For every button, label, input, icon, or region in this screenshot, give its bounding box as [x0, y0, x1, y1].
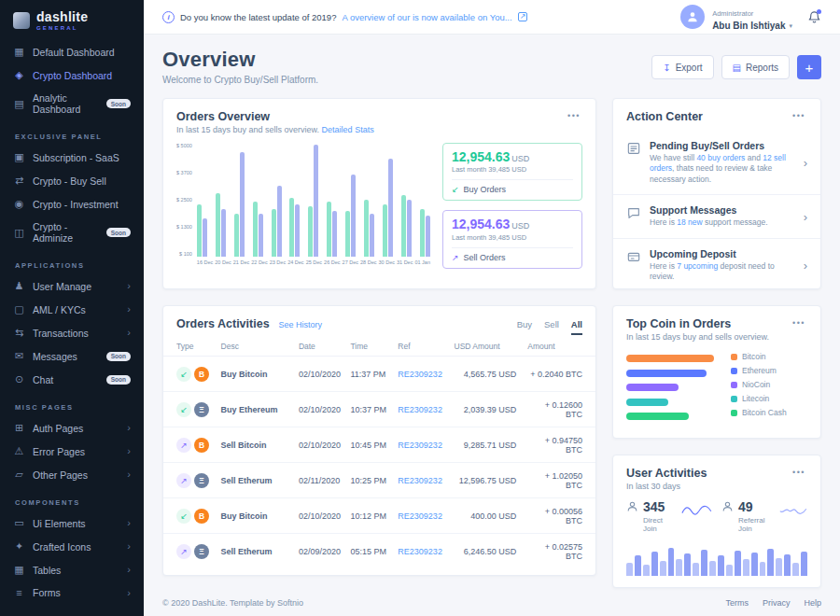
sidebar-item-crypto-buy-sell[interactable]: ⇄Crypto - Buy Sell: [0, 169, 144, 192]
notifications-button[interactable]: [807, 10, 821, 24]
top-coins-legend: BitcoinEthereumNioCoinLitecoinBitcoin Ca…: [731, 352, 807, 422]
dashboard-icon: ▦: [13, 46, 25, 58]
sidebar-item-label: Chat: [33, 374, 53, 385]
column-header-desc: Desc: [216, 337, 293, 357]
footer-link-privacy[interactable]: Privacy: [763, 598, 791, 608]
table-row[interactable]: ↙ΞBuy Ethereum02/10/202010:37 PMRE230923…: [163, 392, 595, 427]
sidebar-item-aml-kycs[interactable]: ▢AML / KYCs›: [0, 298, 144, 321]
overflow-menu-icon[interactable]: •••: [791, 467, 807, 479]
table-row[interactable]: ↗BSell Bitcoin02/10/202010:45 PMRE230923…: [163, 427, 595, 463]
table-row[interactable]: ↗ΞSell Etherum02/09/202005:15 PMRE230923…: [163, 534, 595, 569]
table-row[interactable]: ↙BBuy Bitcoin02/10/202011:37 PMRE2309232…: [163, 357, 595, 392]
tab-buy[interactable]: Buy: [517, 319, 532, 335]
sidebar-item-crypto-dashboard[interactable]: ◈Crypto Dashboard: [0, 63, 144, 87]
sidebar-item-analytic-dashboard[interactable]: ▤Analytic DashboardSoon: [0, 87, 144, 120]
see-history-link[interactable]: See History: [279, 320, 323, 329]
export-button[interactable]: ↧ Export: [651, 55, 713, 79]
column-header-ref: Ref: [392, 337, 448, 357]
order-ref-link[interactable]: RE2309232: [398, 476, 442, 485]
last-month-label: Last month: [452, 233, 486, 242]
sidebar-item-error-pages[interactable]: ⚠Error Pages›: [0, 440, 144, 463]
sidebar-item-user-manage[interactable]: ♟User Manage›: [0, 274, 144, 298]
export-button-label: Export: [676, 63, 703, 73]
order-ref-link[interactable]: RE2309232: [398, 547, 442, 556]
sidebar: dashlite GENERAL ▦Default Dashboard◈Cryp…: [0, 0, 144, 616]
last-month-label: Last month: [452, 165, 486, 174]
order-desc: Sell Bitcoin: [216, 427, 293, 463]
menu-section-heading-exclusive-panel: EXCLUSIVE PANEL: [0, 120, 144, 146]
footer-link-terms[interactable]: Terms: [725, 598, 749, 608]
sidebar-item-ui-elements[interactable]: ▭Ui Elements›: [0, 511, 144, 535]
footer-link-help[interactable]: Help: [804, 598, 821, 608]
order-desc: Buy Bitcoin: [216, 357, 293, 392]
order-ref-link[interactable]: RE2309232: [398, 511, 442, 521]
action-item-support-messages[interactable]: Support MessagesHere is 18 new support m…: [613, 195, 820, 238]
tab-all[interactable]: All: [571, 319, 582, 335]
orders-overview-title: Orders Overview: [176, 110, 374, 123]
action-item-pending-buy-sell-orders[interactable]: Pending Buy/Sell OrdersWe have still 40 …: [613, 131, 820, 195]
reports-button[interactable]: ▤ Reports: [721, 55, 790, 79]
sidebar-item-transactions[interactable]: ⇆Transactions›: [0, 321, 144, 344]
overflow-menu-icon[interactable]: •••: [791, 317, 807, 329]
action-item-upcoming-deposit[interactable]: Upcoming DepositHere is 7 upcoming depos…: [613, 239, 820, 289]
order-ref-link[interactable]: RE2309232: [398, 370, 442, 379]
table-row[interactable]: ↗ΞSell Etherum02/11/202010:25 PMRE230923…: [163, 463, 595, 498]
orders-bar-buy: [272, 209, 276, 257]
info-icon: i: [162, 11, 175, 23]
sidebar-item-chat[interactable]: ⊙ChatSoon: [0, 368, 144, 391]
order-ref-link[interactable]: RE2309232: [398, 405, 442, 414]
activity-bar: [676, 559, 682, 576]
bar-group-24-dec: [289, 143, 300, 257]
sidebar-item-subscription-saas[interactable]: ▣Subscription - SaaS: [0, 146, 144, 169]
action-center-card: Action Center ••• Pending Buy/Sell Order…: [612, 98, 821, 289]
sell-orders-amount-value: 12,954.63: [452, 217, 510, 231]
menu-section-heading-misc-pages: MISC PAGES: [0, 391, 144, 416]
orders-bar-buy: [420, 209, 425, 257]
legend-label: Ethereum: [742, 366, 777, 375]
orders-overview-subtitle: In last 15 days buy and sells overview. …: [176, 125, 374, 134]
sidebar-item-label: Tables: [33, 565, 61, 576]
sidebar-item-default-dashboard[interactable]: ▦Default Dashboard: [0, 40, 144, 63]
activity-bar: [767, 549, 774, 576]
notice-link[interactable]: A overview of our is now available on Yo…: [342, 12, 511, 22]
desc-text: and: [745, 153, 763, 162]
sidebar-item-messages[interactable]: ✉MessagesSoon: [0, 344, 144, 368]
sidebar-item-auth-pages[interactable]: ⊞Auth Pages›: [0, 416, 144, 440]
sidebar-item-crafted-icons[interactable]: ✦Crafted Icons›: [0, 535, 144, 558]
order-type-icons: ↙Ξ: [176, 402, 210, 417]
action-item-info: Pending Buy/Sell OrdersWe have still 40 …: [650, 140, 795, 185]
add-button[interactable]: +: [797, 55, 821, 79]
sidebar-item-label: Error Pages: [33, 446, 85, 457]
sidebar-item-forms[interactable]: ≡Forms›: [0, 581, 144, 604]
sidebar-item-crypto-investment[interactable]: ◉Crypto - Investment: [0, 192, 144, 216]
order-usd-amount: 12,596.75 USD: [449, 463, 523, 498]
sidebar-item-crypto-adminize[interactable]: ◫Crypto - AdminizeSoon: [0, 216, 144, 249]
order-ref-link[interactable]: RE2309232: [398, 441, 442, 450]
detailed-stats-link[interactable]: Detailed Stats: [322, 125, 374, 134]
last-month-value: 39,485 USD: [488, 165, 526, 174]
action-item-info: Support MessagesHere is 18 new support m…: [650, 204, 795, 228]
soon-badge: Soon: [106, 352, 131, 361]
chevron-right-icon: ›: [127, 541, 131, 552]
orders-bar-sell: [221, 209, 226, 257]
order-amount: + 0.2040 BTC: [522, 357, 595, 392]
table-row[interactable]: ↙BBuy Bitcoin02/10/202010:12 PMRE2309232…: [163, 498, 595, 534]
x-axis-label: 21 Dec: [233, 259, 249, 265]
external-link-icon[interactable]: ↗: [518, 12, 528, 22]
coin-bar-litecoin: [626, 399, 668, 406]
sidebar-item-other-pages[interactable]: ▱Other Pages›: [0, 463, 144, 486]
download-icon: ↧: [663, 63, 670, 73]
overflow-menu-icon[interactable]: •••: [791, 110, 807, 122]
user-menu[interactable]: Administrator Abu Bin Ishtiyak ▾: [680, 2, 792, 33]
legend-item-bitcoin: Bitcoin: [731, 352, 807, 361]
logo[interactable]: dashlite GENERAL: [0, 0, 144, 38]
orders-bar-buy: [289, 198, 294, 257]
analytics-icon: ▤: [13, 98, 25, 110]
tab-sell[interactable]: Sell: [544, 319, 559, 335]
overflow-menu-icon[interactable]: •••: [566, 110, 582, 122]
sidebar-item-tables[interactable]: ▦Tables›: [0, 558, 144, 581]
investment-icon: ◉: [13, 198, 25, 210]
activity-bar: [776, 558, 782, 576]
order-ref: RE2309232: [392, 498, 448, 534]
orders-bar-sell: [203, 218, 207, 257]
